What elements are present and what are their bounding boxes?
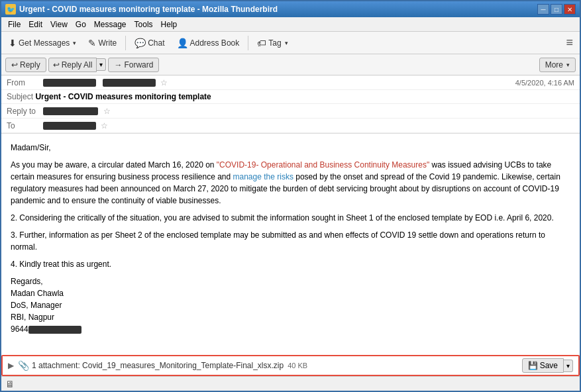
menu-file[interactable]: File: [4, 19, 25, 30]
from-redacted-1: [43, 79, 96, 87]
to-star[interactable]: ☆: [101, 121, 108, 130]
attachment-label: 1 attachment: Covid_19_measures_Monitori…: [32, 361, 284, 370]
reply-to-label: Reply to: [7, 107, 43, 116]
minimize-button[interactable]: ─: [537, 4, 549, 15]
reply-to-row: Reply to ☆: [1, 104, 580, 119]
chat-button[interactable]: 💬 Chat: [130, 35, 169, 51]
para-1: As you may be aware, a circular dated Ma…: [11, 159, 570, 207]
get-messages-arrow: ▾: [73, 40, 76, 46]
reply-to-value: ☆: [43, 107, 574, 116]
email-date: 4/5/2020, 4:16 AM: [515, 79, 574, 87]
window-title: Urgent - COVID measures monitoring templ…: [19, 5, 278, 14]
write-label: Write: [98, 38, 117, 48]
regards: Regards,Madan ChawlaDoS, ManagerRBI, Nag…: [11, 275, 570, 335]
save-attachment-button[interactable]: 💾 Save: [522, 358, 564, 373]
main-toolbar: ⬇ Get Messages ▾ ✎ Write 💬 Chat 👤 Addres…: [1, 32, 580, 54]
menu-message[interactable]: Message: [90, 19, 131, 30]
menu-help[interactable]: Help: [157, 19, 182, 30]
reply-toolbar: ↩ Reply ↩ Reply All ▾ → Forward More ▾: [1, 54, 580, 75]
tag-arrow: ▾: [285, 40, 288, 46]
reply-all-split: ↩ Reply All ▾: [48, 58, 107, 72]
email-header: ↩ Reply ↩ Reply All ▾ → Forward More ▾ F…: [1, 54, 580, 134]
toolbar-separator-1: [125, 36, 126, 50]
hamburger-menu[interactable]: ≡: [562, 36, 577, 49]
from-redacted-2: [103, 79, 156, 87]
para-4: 4. Kindly treat this as urgent.: [11, 258, 570, 270]
para-2: 2. Considering the critically of the sit…: [11, 212, 570, 224]
more-button[interactable]: More ▾: [539, 58, 576, 72]
app-icon: 🐦: [5, 4, 16, 15]
reply-to-redacted: [43, 107, 98, 115]
to-redacted: [43, 122, 96, 130]
attachment-bar: ▶ 📎 1 attachment: Covid_19_measures_Moni…: [1, 355, 580, 376]
from-star[interactable]: ☆: [160, 78, 168, 87]
maximize-button[interactable]: □: [551, 4, 562, 15]
toolbar-right: ≡: [562, 36, 577, 50]
menu-bar: File Edit View Go Message Tools Help: [1, 17, 580, 32]
forward-button[interactable]: → Forward: [108, 58, 159, 72]
save-disk-icon: 💾: [528, 361, 538, 370]
window-controls: ─ □ ✕: [537, 4, 576, 15]
write-button[interactable]: ✎ Write: [83, 35, 121, 51]
subject-row: Subject Urgent - COVID measures monitori…: [1, 90, 580, 104]
reply-label: Reply: [20, 60, 40, 70]
save-attachment-container: 💾 Save ▾: [522, 358, 573, 373]
main-window: 🐦 Urgent - COVID measures monitoring tem…: [0, 0, 581, 392]
status-bar: 🖥: [1, 376, 580, 391]
forward-icon: →: [114, 60, 122, 70]
reply-to-star[interactable]: ☆: [103, 107, 111, 116]
chat-icon: 💬: [134, 38, 146, 48]
tag-button[interactable]: 🏷 Tag ▾: [252, 35, 292, 51]
expand-attachments-button[interactable]: ▶: [8, 361, 14, 370]
forward-label: Forward: [124, 60, 153, 70]
write-icon: ✎: [88, 38, 96, 48]
menu-edit[interactable]: Edit: [25, 19, 46, 30]
para-3: 3. Further, information as per Sheet 2 o…: [11, 229, 570, 253]
reply-all-button[interactable]: ↩ Reply All: [48, 58, 97, 72]
get-messages-icon: ⬇: [9, 38, 17, 48]
salutation: Madam/Sir,: [11, 142, 570, 154]
tag-label: Tag: [268, 38, 281, 48]
address-book-button[interactable]: 👤 Address Book: [172, 35, 244, 51]
reply-button[interactable]: ↩ Reply: [5, 58, 46, 72]
to-label: To: [7, 121, 43, 130]
reply-icon: ↩: [11, 60, 18, 70]
more-label: More: [545, 60, 563, 70]
save-label: Save: [540, 361, 558, 370]
phone-redacted: [28, 326, 81, 334]
email-body: Madam/Sir, As you may be aware, a circul…: [1, 134, 580, 348]
title-bar: 🐦 Urgent - COVID measures monitoring tem…: [1, 1, 580, 17]
subject-label: Subject: [7, 92, 33, 101]
menu-tools[interactable]: Tools: [131, 19, 157, 30]
chat-label: Chat: [148, 38, 164, 48]
address-book-icon: 👤: [177, 38, 188, 48]
attachment-size: 40 KB: [288, 362, 307, 369]
toolbar-separator-2: [248, 36, 248, 50]
close-button[interactable]: ✕: [564, 4, 576, 15]
get-messages-label: Get Messages: [19, 38, 70, 48]
subject-value: Urgent - COVID measures monitoring templ…: [35, 92, 211, 101]
highlight-covid-title: "COVID-19- Operational and Business Cont…: [217, 160, 429, 170]
status-icon: 🖥: [5, 379, 15, 389]
email-body-container: Madam/Sir, As you may be aware, a circul…: [1, 134, 580, 355]
highlight-manage: manage the risks: [233, 172, 293, 181]
save-dropdown-button[interactable]: ▾: [564, 360, 573, 372]
title-bar-left: 🐦 Urgent - COVID measures monitoring tem…: [5, 4, 278, 15]
from-value: ☆: [43, 78, 515, 87]
from-row: From ☆ 4/5/2020, 4:16 AM: [1, 75, 580, 90]
get-messages-button[interactable]: ⬇ Get Messages ▾: [4, 35, 81, 51]
attachment-icon: 📎: [18, 360, 29, 371]
reply-all-icon: ↩: [53, 60, 60, 70]
address-book-label: Address Book: [190, 38, 240, 48]
reply-all-label: Reply All: [62, 60, 93, 70]
to-row: To ☆: [1, 119, 580, 133]
to-value: ☆: [43, 121, 574, 130]
menu-go[interactable]: Go: [72, 19, 90, 30]
more-arrow: ▾: [566, 62, 570, 68]
menu-view[interactable]: View: [46, 19, 72, 30]
from-label: From: [7, 78, 43, 87]
reply-all-dropdown[interactable]: ▾: [97, 58, 106, 71]
tag-icon: 🏷: [257, 38, 266, 48]
